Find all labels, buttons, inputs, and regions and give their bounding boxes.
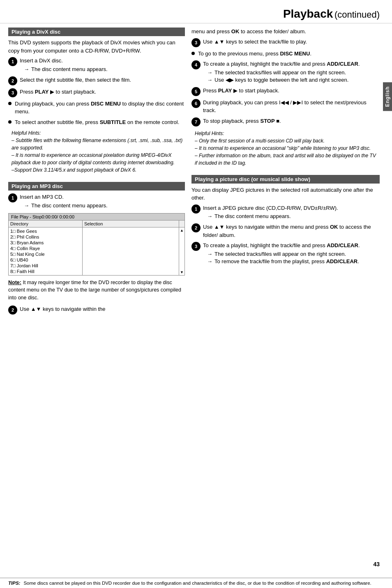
right-step-num-7: 7 bbox=[191, 117, 201, 126]
page-number: 43 bbox=[373, 561, 380, 567]
main-content: Playing a DivX disc This DVD system supp… bbox=[0, 23, 392, 321]
mp3-step-2: 2 Use ▲▼ keys to navigate within the bbox=[8, 305, 185, 315]
mp3-step-1-content: Insert an MP3 CD. → The disc content men… bbox=[20, 193, 185, 210]
right-step-4-arrow1-text: The selected tracks/files will appear on… bbox=[214, 69, 346, 76]
file-item-6: 6□ UB40 bbox=[9, 257, 81, 263]
file-item-3: 3□ Bryan Adams bbox=[9, 240, 81, 246]
picture-step-3-arrow2: → To remove the track/file from the play… bbox=[207, 258, 380, 264]
hints-label-text: Helpful Hints: bbox=[12, 130, 41, 136]
arrow-icon: → bbox=[24, 66, 29, 72]
file-item-5: 5□ Nat King Cole bbox=[9, 251, 81, 257]
fileplay-body: 1□ Bee Gees 2□ Phil Collins 3□ Bryan Ada… bbox=[9, 227, 184, 275]
mp3-step-2-content: Use ▲▼ keys to navigate within the bbox=[20, 305, 185, 313]
fileplay-dir-list: 1□ Bee Gees 2□ Phil Collins 3□ Bryan Ada… bbox=[9, 227, 83, 275]
ok-bold-1: OK bbox=[231, 28, 240, 34]
mp3-step-num-1: 1 bbox=[8, 193, 17, 202]
picture-step-1: 1 Insert a JPEG picture disc (CD,CD-R/RW… bbox=[191, 204, 380, 221]
mp3-step-1-arrow-text: The disc content menu appears. bbox=[31, 202, 108, 209]
arrow-icon-2: → bbox=[24, 202, 29, 209]
picture-step-3-arrow1-text: The selected tracks/files will appear on… bbox=[214, 251, 346, 257]
arrow-icon-6: → bbox=[207, 251, 212, 257]
picture-step-2: 2 Use ▲▼ keys to navigate within the men… bbox=[191, 223, 380, 239]
right-step-6-text: During playback, you can press I◀◀ / ▶▶I… bbox=[203, 99, 380, 115]
right-column: menu and press OK to access the folder/ … bbox=[191, 28, 380, 317]
divx-bullet-2: To select another subtitle file, press S… bbox=[8, 118, 185, 126]
mp3-hint-line-3: – Further information on the album, trac… bbox=[195, 152, 380, 167]
addclear-bold-2: ADD/CLEAR bbox=[327, 242, 358, 248]
step-num-1: 1 bbox=[8, 57, 17, 66]
right-step-3: 3 Use ▲▼ keys to select the track/file t… bbox=[191, 38, 380, 47]
addclear-bold-1: ADD/CLEAR bbox=[327, 61, 358, 67]
hint-line-2: – It is normal to experience an occasion… bbox=[12, 152, 185, 166]
ok-bold-2: OK bbox=[330, 224, 338, 230]
page-container: Playback (continued) English Playing a D… bbox=[0, 0, 392, 588]
step-2-text: Select the right subtitle file, then sel… bbox=[20, 76, 185, 84]
step-1-arrow: → The disc content menu appears. bbox=[24, 66, 185, 72]
right-step-num-6: 6 bbox=[191, 99, 201, 108]
right-step-4: 4 To create a playlist, highlight the tr… bbox=[191, 60, 380, 84]
right-step-6-content: During playback, you can press I◀◀ / ▶▶I… bbox=[203, 99, 380, 115]
file-item-8: 8□ Faith Hill bbox=[9, 269, 81, 274]
tips-label: TIPS: bbox=[8, 581, 20, 586]
picture-step-1-arrow-text: The disc content menu appears. bbox=[214, 213, 291, 219]
picture-step-num-2: 2 bbox=[191, 223, 201, 232]
divx-hints: Helpful Hints: – Subtitle files with the… bbox=[12, 129, 185, 174]
mp3-step-1-text: Insert an MP3 CD. bbox=[20, 193, 185, 201]
arrow-icon-3: → bbox=[207, 69, 212, 76]
step-1-content: Insert a DivX disc. → The disc content m… bbox=[20, 57, 185, 74]
right-step-7-text: To stop playback, press STOP ■. bbox=[203, 117, 380, 125]
picture-step-num-3: 3 bbox=[191, 242, 201, 251]
file-item-4: 4□ Collin Raye bbox=[9, 246, 81, 251]
section-divx-header: Playing a DivX disc bbox=[8, 28, 185, 36]
mp3-hints: Helpful Hints: – Only the first session … bbox=[195, 130, 380, 167]
mp3-step-2-text: Use ▲▼ keys to navigate within the bbox=[20, 305, 185, 313]
scroll-up-icon[interactable]: ▲ bbox=[180, 228, 184, 232]
mp3-step-1: 1 Insert an MP3 CD. → The disc content m… bbox=[8, 193, 185, 210]
section-mp3-header: Playing an MP3 disc bbox=[8, 182, 185, 191]
right-step-4-arrow2: → Use ◀▶ keys to toggle between the left… bbox=[207, 77, 380, 83]
picture-step-3-arrow2-text: To remove the track/file from the playli… bbox=[214, 258, 359, 264]
divx-step-1: 1 Insert a DivX disc. → The disc content… bbox=[8, 57, 185, 74]
mp3-hint-line-2: – It is normal to experience an occasion… bbox=[195, 145, 380, 152]
right-step-5-text: Press PLAY ▶ to start playback. bbox=[203, 87, 380, 95]
scroll-header-spacer bbox=[179, 220, 184, 227]
divx-step-3: 3 Press PLAY ▶ to start playback. bbox=[8, 88, 185, 97]
divx-step-2: 2 Select the right subtitle file, then s… bbox=[8, 76, 185, 85]
picture-step-2-content: Use ▲▼ keys to navigate within the menu … bbox=[203, 223, 380, 239]
file-item-2: 2□ Phil Collins bbox=[9, 234, 81, 240]
right-step-5: 5 Press PLAY ▶ to start playback. bbox=[191, 87, 380, 96]
right-step-4-arrow1: → The selected tracks/files will appear … bbox=[207, 69, 380, 76]
stop-bold: STOP bbox=[260, 118, 274, 124]
footer-tips: TIPS: Some discs cannot be played on thi… bbox=[0, 578, 392, 588]
picture-step-1-arrow: → The disc content menu appears. bbox=[207, 213, 380, 219]
picture-step-num-1: 1 bbox=[191, 204, 201, 214]
right-step-num-5: 5 bbox=[191, 87, 201, 96]
mp3-hints-label: Helpful Hints: bbox=[195, 130, 380, 137]
disc-menu-bold-2: DISC MENU bbox=[280, 51, 310, 57]
section-picture-header: Playing a picture disc (or musical slide… bbox=[191, 175, 380, 184]
fileplay-title: File Play - Stop0:00:00/ 0:00:00 bbox=[9, 214, 184, 220]
picture-step-3-content: To create a playlist, highlight the trac… bbox=[203, 241, 380, 266]
right-step-num-4: 4 bbox=[191, 60, 201, 69]
scroll-down-icon[interactable]: ▼ bbox=[180, 270, 184, 274]
file-item-7: 7□ Jordan Hill bbox=[9, 263, 81, 269]
right-step-7-content: To stop playback, press STOP ■. bbox=[203, 117, 380, 125]
hint-line-3: –Support Divx 3.11/4/5.x and support pla… bbox=[12, 166, 185, 174]
page-header: Playback (continued) bbox=[0, 0, 392, 23]
arrow-icon-5: → bbox=[207, 213, 212, 219]
play-bold-2: PLAY bbox=[218, 87, 232, 94]
divx-bullet-1: During playback, you can press DISC MENU… bbox=[8, 100, 185, 116]
divx-intro: This DVD system supports the playback of… bbox=[8, 39, 185, 55]
right-step-6: 6 During playback, you can press I◀◀ / ▶… bbox=[191, 99, 380, 115]
mp3-step-num-2: 2 bbox=[8, 305, 17, 315]
scroll-bar[interactable]: ▲ ▼ bbox=[179, 227, 184, 275]
bullet-dot-2 bbox=[8, 120, 12, 124]
arrow-icon-4: → bbox=[207, 77, 212, 83]
right-step-3-text: Use ▲▼ keys to select the track/file to … bbox=[203, 38, 380, 46]
bullet-dot-1 bbox=[8, 102, 12, 105]
disc-menu-bold: DISC MENU bbox=[91, 101, 121, 107]
picture-step-3-arrow1: → The selected tracks/files will appear … bbox=[207, 251, 380, 257]
picture-step-2-text: Use ▲▼ keys to navigate within the menu … bbox=[203, 223, 380, 239]
right-step-4-text: To create a playlist, highlight the trac… bbox=[203, 60, 380, 68]
step-2-content: Select the right subtitle file, then sel… bbox=[20, 76, 185, 84]
